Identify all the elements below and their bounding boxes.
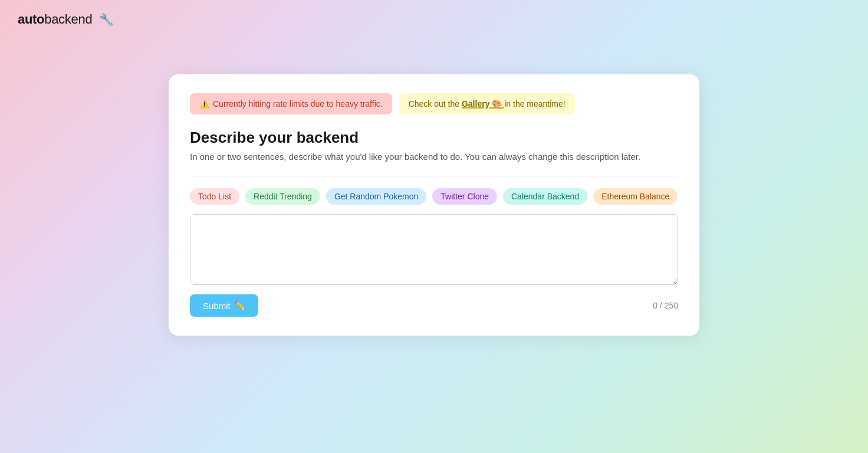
bottom-row: Submit ✏️ 0 / 250 xyxy=(190,294,678,317)
chip-3[interactable]: Twitter Clone xyxy=(432,188,497,205)
gallery-prefix: Check out the xyxy=(409,99,459,109)
rate-limit-banner: ⚠️ Currently hitting rate limits due to … xyxy=(190,93,392,114)
chip-0[interactable]: Todo List xyxy=(190,188,239,205)
main-card: ⚠️ Currently hitting rate limits due to … xyxy=(169,74,699,336)
submit-icon: ✏️ xyxy=(234,300,245,311)
gallery-banner: Check out the Gallery 🎨 in the meantime! xyxy=(399,93,575,114)
chip-2[interactable]: Get Random Pokemon xyxy=(326,188,426,205)
description-textarea[interactable] xyxy=(190,214,678,285)
logo-auto: auto xyxy=(18,12,44,27)
divider xyxy=(190,176,678,176)
chip-4[interactable]: Calendar Backend xyxy=(503,188,587,205)
chip-5[interactable]: Ethereum Balance xyxy=(593,188,678,205)
wrench-icon: 🔧 xyxy=(99,13,114,26)
chip-row: Todo ListReddit TrendingGet Random Pokem… xyxy=(190,188,678,205)
app-logo: autobackend 🔧 xyxy=(18,12,114,27)
char-count: 0 / 250 xyxy=(653,301,678,310)
rate-limit-text: Currently hitting rate limits due to hea… xyxy=(213,99,383,109)
page-center: ⚠️ Currently hitting rate limits due to … xyxy=(0,39,868,336)
chip-1[interactable]: Reddit Trending xyxy=(245,188,320,205)
section-subtitle: In one or two sentences, describe what y… xyxy=(190,152,678,162)
alert-row: ⚠️ Currently hitting rate limits due to … xyxy=(190,93,678,114)
warning-icon: ⚠️ xyxy=(199,99,209,109)
submit-button[interactable]: Submit ✏️ xyxy=(190,294,258,317)
app-header: autobackend 🔧 xyxy=(0,0,131,39)
section-title: Describe your backend xyxy=(190,129,678,147)
logo-backend: backend xyxy=(44,12,92,27)
gallery-suffix: in the meantime! xyxy=(504,99,565,109)
submit-label: Submit xyxy=(203,301,231,311)
gallery-link[interactable]: Gallery 🎨 xyxy=(462,99,504,109)
